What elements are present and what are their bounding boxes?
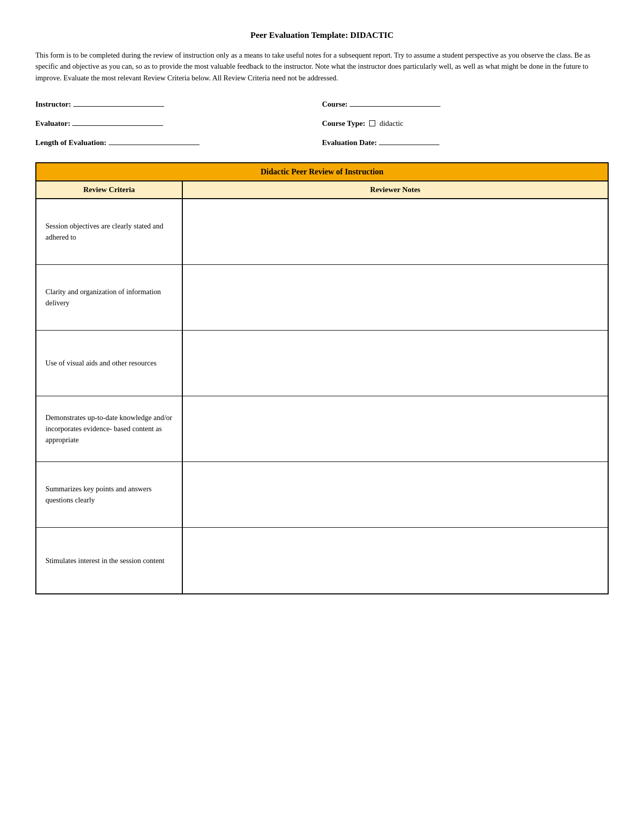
table-row: Clarity and organization of information … bbox=[36, 265, 608, 331]
evaluator-line[interactable] bbox=[72, 117, 163, 126]
table-row: Summarizes key points and answers questi… bbox=[36, 462, 608, 528]
criteria-cell-2: Clarity and organization of information … bbox=[36, 265, 183, 330]
course-line[interactable] bbox=[350, 98, 440, 107]
col-header-notes: Reviewer Notes bbox=[183, 181, 608, 198]
notes-cell-6[interactable] bbox=[183, 528, 608, 593]
eval-date-label: Evaluation Date: bbox=[322, 138, 377, 147]
notes-cell-5[interactable] bbox=[183, 462, 608, 527]
eval-date-line[interactable] bbox=[379, 136, 439, 145]
course-type-label: Course Type: bbox=[322, 119, 366, 128]
intro-text: This form is to be completed during the … bbox=[35, 50, 609, 83]
length-line[interactable] bbox=[109, 136, 200, 145]
course-label: Course: bbox=[322, 100, 348, 109]
criteria-cell-6: Stimulates interest in the session conte… bbox=[36, 528, 183, 593]
criteria-cell-4: Demonstrates up-to-date knowledge and/or… bbox=[36, 396, 183, 461]
table-col-headers: Review Criteria Reviewer Notes bbox=[36, 181, 608, 199]
notes-cell-2[interactable] bbox=[183, 265, 608, 330]
review-table: Didactic Peer Review of Instruction Revi… bbox=[35, 162, 609, 594]
table-row: Session objectives are clearly stated an… bbox=[36, 199, 608, 265]
notes-cell-3[interactable] bbox=[183, 331, 608, 396]
course-type-value: didactic bbox=[379, 119, 403, 128]
fields-section: Instructor: Course: Evaluator: Course Ty… bbox=[35, 98, 609, 147]
notes-cell-1[interactable] bbox=[183, 199, 608, 264]
table-row: Demonstrates up-to-date knowledge and/or… bbox=[36, 396, 608, 462]
col-header-criteria: Review Criteria bbox=[36, 181, 183, 198]
evaluator-label: Evaluator: bbox=[35, 119, 70, 128]
instructor-label: Instructor: bbox=[35, 100, 71, 109]
instructor-line[interactable] bbox=[73, 98, 164, 107]
criteria-cell-3: Use of visual aids and other resources bbox=[36, 331, 183, 396]
table-header: Didactic Peer Review of Instruction bbox=[36, 163, 608, 181]
length-label: Length of Evaluation: bbox=[35, 138, 107, 147]
course-type-checkbox[interactable] bbox=[369, 120, 375, 126]
table-row: Stimulates interest in the session conte… bbox=[36, 528, 608, 593]
criteria-cell-5: Summarizes key points and answers questi… bbox=[36, 462, 183, 527]
table-row: Use of visual aids and other resources bbox=[36, 331, 608, 396]
criteria-cell-1: Session objectives are clearly stated an… bbox=[36, 199, 183, 264]
notes-cell-4[interactable] bbox=[183, 396, 608, 461]
page-title: Peer Evaluation Template: DIDACTIC bbox=[35, 30, 609, 40]
